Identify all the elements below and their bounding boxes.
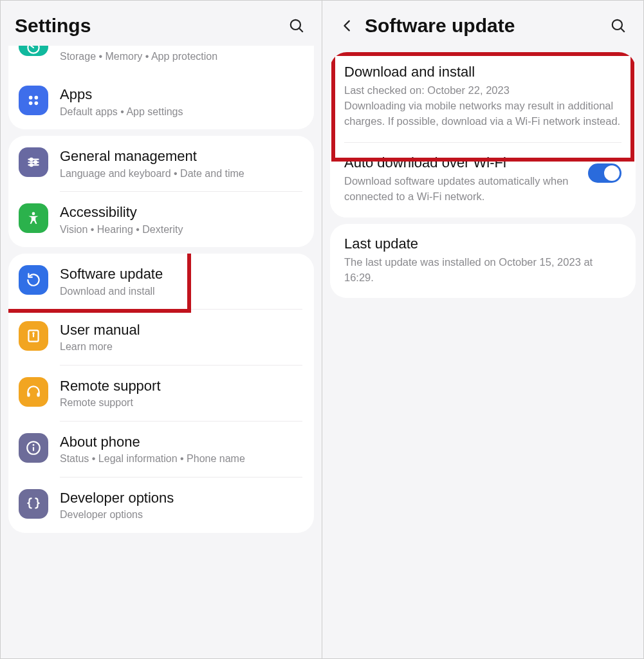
manual-icon [19,321,48,351]
settings-item-general-management[interactable]: General management Language and keyboard… [8,136,314,191]
info-icon [19,433,48,463]
settings-item-accessibility[interactable]: Accessibility Vision • Hearing • Dexteri… [8,192,314,247]
headset-icon [19,377,48,407]
chevron-left-icon [340,19,354,33]
item-sub: Developer options [60,508,302,522]
row-text: Auto download over Wi-Fi Download softwa… [344,154,578,205]
settings-panel: Settings Device care Storage • Memory • … [0,0,322,659]
settings-group: General management Language and keyboard… [8,136,314,247]
item-label: Accessibility [60,203,302,221]
page-title: Settings [15,15,286,37]
settings-item-user-manual[interactable]: User manual Learn more [8,310,314,365]
item-text: Software update Download and install [60,264,302,299]
item-text: Device care Storage • Memory • App prote… [60,47,302,64]
settings-item-apps[interactable]: Apps Default apps • App settings [8,74,314,129]
item-sub: Download and install [60,284,302,299]
row-sub: Download software updates automatically … [344,174,578,205]
svg-point-0 [291,20,300,30]
row-label: Auto download over Wi-Fi [344,154,578,171]
svg-point-11 [34,161,37,163]
svg-point-12 [30,164,33,167]
item-sub: Vision • Hearing • Dexterity [60,223,302,237]
item-text: Developer options Developer options [60,488,302,523]
item-text: About phone Status • Legal information •… [60,432,302,467]
software-update-header: Software update [322,1,643,46]
settings-group: Device care Storage • Memory • App prote… [8,46,314,129]
toggle-knob [604,165,620,181]
settings-item-device-care[interactable]: Device care Storage • Memory • App prote… [8,46,314,74]
item-label: Remote support [60,377,302,395]
svg-rect-19 [33,447,34,451]
item-text: Apps Default apps • App settings [60,84,302,119]
svg-point-21 [612,20,622,30]
back-button[interactable] [336,15,358,37]
apps-icon [19,86,48,115]
last-update-label: Last update [344,236,621,252]
settings-group: Software update Download and install Use… [8,254,314,532]
item-sub: Storage • Memory • App protection [60,50,302,64]
toggle-auto-download[interactable] [588,163,621,183]
page-title: Software update [365,15,607,37]
svg-point-10 [30,158,33,161]
row-label: Download and install [344,64,621,80]
svg-rect-16 [27,393,30,397]
item-sub: Learn more [60,340,302,354]
item-text: Accessibility Vision • Hearing • Dexteri… [60,202,302,237]
item-text: General management Language and keyboard… [60,146,302,181]
settings-item-developer-options[interactable]: Developer options Developer options [8,478,314,533]
item-label: Software update [60,265,302,283]
item-sub: Language and keyboard • Date and time [60,167,302,181]
last-update-sub: The last update was installed on October… [344,255,621,286]
svg-point-6 [35,102,39,106]
sliders-icon [19,147,48,177]
item-label: Developer options [60,489,302,507]
item-sub: Remote support [60,396,302,410]
item-label: Apps [60,86,302,104]
last-update-row[interactable]: Last update The last update was installe… [330,224,636,299]
svg-point-4 [35,96,39,100]
svg-point-20 [33,444,35,446]
item-label: About phone [60,433,302,451]
svg-line-1 [299,28,302,32]
search-button[interactable] [286,15,308,37]
svg-point-5 [29,102,33,106]
search-icon [610,17,627,34]
software-update-panel: Software update Download and install Las… [322,0,644,659]
search-icon [288,17,305,34]
item-text: Remote support Remote support [60,376,302,411]
settings-item-software-update[interactable]: Software update Download and install [8,254,314,309]
gauge-icon [19,46,48,56]
last-update-card: Last update The last update was installe… [330,224,636,299]
settings-header: Settings [1,1,322,46]
svg-point-15 [33,333,33,333]
settings-item-remote-support[interactable]: Remote support Remote support [8,366,314,421]
row-auto-download[interactable]: Auto download over Wi-Fi Download softwa… [330,143,636,218]
item-sub: Status • Legal information • Phone name [60,452,302,466]
accessibility-icon [19,203,48,233]
row-sub: Last checked on: October 22, 2023Downloa… [344,83,621,129]
row-download-install[interactable]: Download and install Last checked on: Oc… [330,52,636,142]
svg-line-22 [621,28,624,32]
settings-item-about-phone[interactable]: About phone Status • Legal information •… [8,422,314,477]
software-update-card: Download and install Last checked on: Oc… [330,52,636,218]
search-button[interactable] [607,15,629,37]
item-text: User manual Learn more [60,320,302,355]
svg-rect-17 [37,393,39,397]
svg-point-3 [29,96,33,100]
item-label: General management [60,147,302,165]
item-label: User manual [60,321,302,339]
braces-icon [19,489,48,519]
item-sub: Default apps • App settings [60,105,302,119]
update-icon [19,265,48,295]
svg-point-13 [32,212,35,216]
